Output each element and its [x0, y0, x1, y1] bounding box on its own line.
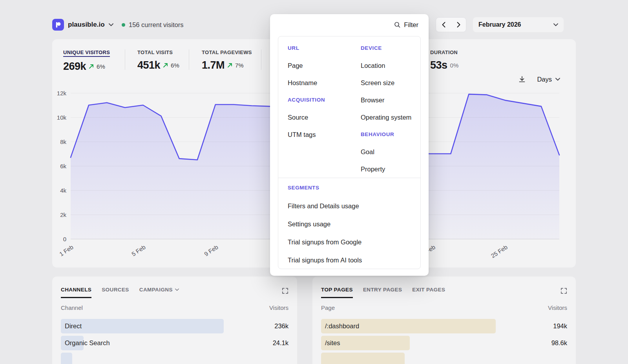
- interval-picker[interactable]: Days: [537, 76, 560, 83]
- y-axis-label: 4k: [60, 187, 66, 194]
- segment-option-filters-and-details-usage[interactable]: Filters and Details usage: [278, 197, 420, 215]
- row-value: 98.6k: [551, 339, 567, 347]
- filter-option-page[interactable]: Page: [278, 57, 361, 74]
- stat-label: UNIQUE VISITORS: [63, 49, 110, 57]
- segment-option-trial-signups-from-google[interactable]: Trial signups from Google: [278, 233, 420, 251]
- stat-visit-duration[interactable]: DURATION 53s 0%: [430, 49, 458, 71]
- chevron-down-icon: [555, 78, 560, 81]
- filter-option-property[interactable]: Property: [361, 160, 420, 178]
- tab-top-pages[interactable]: TOP PAGES: [321, 287, 353, 298]
- row-label: Organic Search: [61, 339, 110, 347]
- tab-campaigns-label: CAMPAIGNS: [139, 287, 173, 293]
- interval-label: Days: [537, 76, 552, 83]
- arrow-up-right-icon: [227, 63, 232, 68]
- stat-value: 451k: [137, 59, 160, 71]
- current-visitors-label: 156 current visitors: [129, 21, 183, 29]
- y-axis-label: 2k: [60, 211, 66, 218]
- filter-search[interactable]: Filter: [270, 14, 429, 35]
- stat-change: 6%: [97, 63, 105, 70]
- pages-panel: TOP PAGES ENTRY PAGES EXIT PAGES Page Vi…: [312, 277, 576, 364]
- expand-pages-button[interactable]: [560, 288, 567, 294]
- export-download-button[interactable]: [518, 75, 526, 83]
- y-axis-label: 10k: [57, 114, 66, 121]
- stat-label: TOTAL PAGEVIEWS: [202, 49, 252, 55]
- x-axis-label: 1 Feb: [58, 244, 74, 257]
- x-axis-label: 9 Feb: [203, 244, 219, 257]
- column-header-visitors: Visitors: [548, 304, 567, 311]
- x-axis-label: 5 Feb: [130, 244, 146, 257]
- tab-channels[interactable]: CHANNELS: [61, 287, 91, 298]
- tab-campaigns[interactable]: CAMPAIGNS: [139, 287, 179, 298]
- filter-options-panel: URL Page Hostname ACQUISITION Source UTM…: [278, 36, 421, 269]
- filter-modal: Filter URL Page Hostname ACQUISITION Sou…: [270, 14, 429, 276]
- search-icon: [394, 22, 400, 28]
- site-picker[interactable]: plausible.io: [52, 18, 113, 32]
- row-bar: [61, 353, 72, 364]
- channel-row-partial[interactable]: [61, 353, 288, 364]
- expand-channels-button[interactable]: [282, 288, 288, 294]
- stat-label: TOTAL VISITS: [137, 49, 173, 55]
- download-icon: [518, 75, 526, 83]
- prev-period-button[interactable]: [436, 18, 451, 32]
- current-visitors[interactable]: 156 current visitors: [122, 18, 183, 32]
- page-row-sites[interactable]: /sites 98.6k: [321, 336, 567, 350]
- stat-unique-visitors[interactable]: UNIQUE VISITORS 269k 6%: [63, 49, 110, 73]
- channel-row-organic-search[interactable]: Organic Search 24.1k: [61, 336, 288, 350]
- filter-group-acquisition: ACQUISITION: [278, 91, 361, 109]
- row-label: /:dashboard: [321, 322, 359, 330]
- filter-group-url: URL: [278, 40, 361, 57]
- page-row-dashboard[interactable]: /:dashboard 194k: [321, 319, 567, 333]
- next-period-button[interactable]: [451, 18, 466, 32]
- filter-group-behaviour: BEHAVIOUR: [361, 126, 420, 143]
- filter-group-device: DEVICE: [361, 40, 420, 57]
- filter-option-source[interactable]: Source: [278, 109, 361, 126]
- stat-value: 53s: [430, 59, 447, 71]
- stat-total-visits[interactable]: TOTAL VISITS 451k 6%: [137, 49, 179, 71]
- channels-panel: CHANNELS SOURCES CAMPAIGNS Channel Visit…: [52, 277, 297, 364]
- filter-group-segments: SEGMENTS: [278, 179, 420, 197]
- segment-option-trial-signups-from-ai-tools[interactable]: Trial signups from AI tools: [278, 251, 420, 269]
- date-range-picker[interactable]: February 2026: [473, 17, 564, 32]
- stat-label: DURATION: [430, 49, 458, 55]
- row-label: /sites: [321, 339, 340, 347]
- x-axis-label: 25 Feb: [489, 244, 508, 259]
- live-dot-icon: [122, 23, 125, 27]
- period-nav: [436, 17, 466, 32]
- filter-option-goal[interactable]: Goal: [361, 143, 420, 160]
- column-header-visitors: Visitors: [269, 304, 288, 311]
- stat-change: 0%: [450, 62, 459, 69]
- filter-option-hostname[interactable]: Hostname: [278, 74, 361, 91]
- column-header-page: Page: [321, 304, 335, 311]
- row-value: 24.1k: [273, 339, 288, 347]
- divider: [261, 49, 261, 70]
- row-label: Direct: [61, 322, 82, 330]
- plausible-logo-glyph: [55, 21, 62, 28]
- stat-change: 7%: [235, 62, 244, 69]
- tab-sources[interactable]: SOURCES: [102, 287, 129, 298]
- chevron-down-icon: [109, 23, 113, 26]
- filter-option-browser[interactable]: Browser: [361, 91, 420, 109]
- row-bar: [321, 353, 405, 364]
- y-axis-label: 0: [63, 236, 66, 242]
- y-axis-label: 12k: [57, 90, 66, 96]
- tab-entry-pages[interactable]: ENTRY PAGES: [363, 287, 402, 298]
- expand-icon: [282, 288, 288, 294]
- arrow-up-right-icon: [163, 63, 168, 68]
- tab-exit-pages[interactable]: EXIT PAGES: [412, 287, 445, 298]
- filter-label: Filter: [404, 21, 418, 29]
- chevron-left-icon: [442, 22, 445, 27]
- filter-option-operating-system[interactable]: Operating system: [361, 109, 420, 126]
- filter-option-screen-size[interactable]: Screen size: [361, 74, 420, 91]
- page-row-partial[interactable]: [321, 353, 567, 364]
- divider: [189, 49, 189, 70]
- stat-total-pageviews[interactable]: TOTAL PAGEVIEWS 1.7M 7%: [202, 49, 252, 71]
- y-axis-label: 6k: [60, 163, 66, 169]
- filter-option-location[interactable]: Location: [361, 57, 420, 74]
- arrow-up-right-icon: [89, 64, 94, 69]
- segment-option-settings-usage[interactable]: Settings usage: [278, 215, 420, 233]
- date-range-label: February 2026: [478, 21, 521, 28]
- filter-option-utm-tags[interactable]: UTM tags: [278, 126, 361, 143]
- stat-change: 6%: [171, 62, 179, 69]
- channel-row-direct[interactable]: Direct 236k: [61, 319, 288, 333]
- stat-value: 269k: [63, 60, 86, 73]
